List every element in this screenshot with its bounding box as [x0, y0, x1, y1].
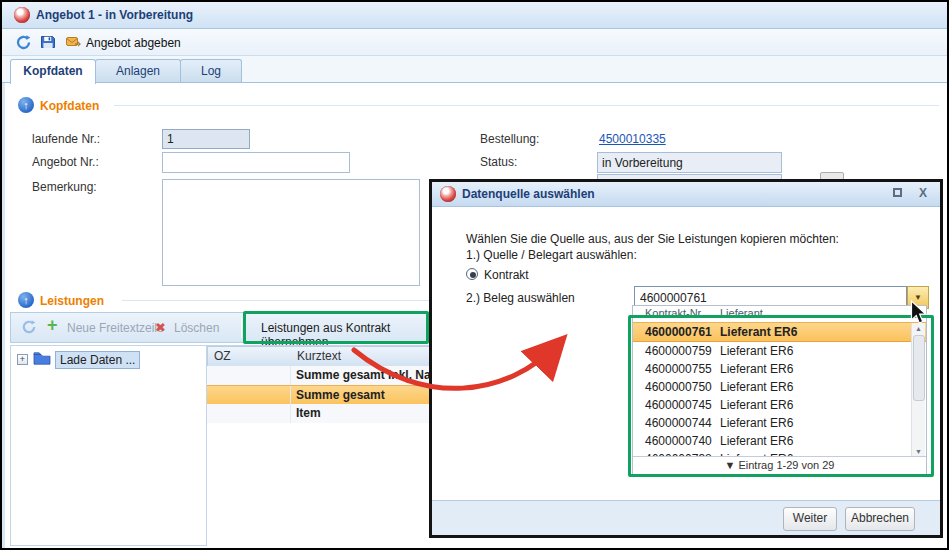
dropdown-row[interactable]: 4600000755 Lieferant ER6: [633, 360, 926, 378]
collapse-section-icon[interactable]: ↑: [18, 97, 34, 113]
window-title: Angebot 1 - in Vorbereitung: [36, 8, 193, 22]
submit-offer-icon[interactable]: [66, 36, 81, 51]
cell-oz: [207, 404, 291, 423]
refresh-icon[interactable]: [15, 34, 32, 54]
lieferant: Lieferant ER6: [720, 360, 793, 378]
leistungen-table: OZ Kurztext Summe gesamt inkl. Nachlass …: [207, 345, 447, 546]
dialog-intro-text: Wählen Sie die Quelle aus, aus der Sie L…: [466, 232, 839, 246]
refresh-icon: [21, 319, 37, 338]
tree-root-item[interactable]: Lade Daten ...: [55, 351, 140, 369]
app-window: Angebot 1 - in Vorbereitung Angebot abge…: [0, 0, 949, 550]
plus-icon: +: [47, 315, 58, 336]
cell-oz: [207, 386, 291, 405]
bemerkung-label: Bemerkung:: [32, 180, 97, 194]
close-icon[interactable]: X: [919, 186, 927, 200]
table-row-selected[interactable]: Summe gesamt: [207, 385, 447, 406]
section-title-kopfdaten: Kopfdaten: [40, 99, 99, 113]
datenquelle-dialog: Datenquelle auswählen X Wählen Sie die Q…: [429, 179, 943, 538]
status-label: Status:: [480, 155, 517, 169]
dropdown-row[interactable]: 4600000745 Lieferant ER6: [633, 396, 926, 414]
dialog-step1-text: 1.) Quelle / Belegart auswählen:: [466, 248, 637, 262]
scroll-up-icon[interactable]: ▲: [912, 323, 925, 334]
leistungen-tree: + Lade Daten ...: [10, 345, 207, 546]
lieferant: Lieferant ER6: [720, 378, 793, 396]
save-icon[interactable]: [40, 34, 56, 53]
submit-offer-button[interactable]: Angebot abgeben: [86, 36, 181, 50]
status-field: [597, 152, 782, 173]
scrollbar-thumb[interactable]: [913, 335, 925, 401]
dialog-footer: Weiter Abbrechen: [432, 500, 940, 535]
delete-button: Löschen: [174, 321, 219, 335]
lieferant: Lieferant ER6: [720, 414, 793, 432]
dialog-title: Datenquelle auswählen: [462, 187, 595, 201]
bemerkung-textarea[interactable]: [162, 179, 420, 286]
tab-kopfdaten[interactable]: Kopfdaten: [10, 59, 96, 84]
abbrechen-button[interactable]: Abbrechen: [845, 507, 915, 531]
angebot-nr-field[interactable]: [162, 152, 350, 173]
window-titlebar: Angebot 1 - in Vorbereitung: [2, 2, 947, 29]
dropdown-row[interactable]: 4600000759 Lieferant ER6: [633, 342, 926, 360]
delete-x-icon: ✖: [155, 320, 166, 335]
cell-kurztext: Summe gesamt: [296, 386, 447, 405]
dropdown-footer[interactable]: ▼ Eintrag 1-29 von 29: [633, 456, 926, 474]
up-arrow-glyph: ↑: [23, 99, 29, 111]
lieferant: Lieferant ER6: [720, 432, 793, 450]
table-row[interactable]: Item: [207, 404, 447, 424]
kontrakt-nr: 4600000750: [645, 378, 712, 396]
kontrakt-nr: 4600000761: [645, 323, 712, 341]
dialog-titlebar: Datenquelle auswählen X: [432, 182, 940, 207]
dialog-logo-icon: [440, 186, 456, 202]
table-row[interactable]: Summe gesamt inkl. Nachlass: [207, 366, 447, 386]
new-freetext-button: Neue Freitextzeile: [67, 321, 164, 335]
beleg-dropdown-list: Kontrakt-Nr. Lieferant 4600000761 Liefer…: [632, 305, 927, 475]
kontrakt-nr: 4600000744: [645, 414, 712, 432]
bestellung-link[interactable]: 4500010335: [599, 132, 666, 146]
tab-anlagen[interactable]: Anlagen: [95, 59, 181, 83]
footer-expander-icon: ▼: [725, 459, 739, 471]
kontrakt-nr: 4600000755: [645, 360, 712, 378]
cell-oz: [207, 366, 291, 385]
section-rule: [114, 105, 939, 106]
weiter-button[interactable]: Weiter: [783, 507, 837, 531]
dropdown-col-kontraktnr: Kontrakt-Nr.: [645, 307, 704, 319]
folder-icon: [33, 351, 51, 368]
leistungen-toolbar: + Neue Freitextzeile ✖ Löschen Leistunge…: [10, 312, 429, 343]
radio-kontrakt[interactable]: [466, 268, 478, 280]
lieferant: Lieferant ER6: [720, 396, 793, 414]
dropdown-header: Kontrakt-Nr. Lieferant: [633, 306, 926, 323]
entry-count-text: Eintrag 1-29 von 29: [738, 459, 834, 471]
dropdown-row-selected[interactable]: 4600000761 Lieferant ER6: [633, 322, 926, 342]
dropdown-row[interactable]: 4600000744 Lieferant ER6: [633, 414, 926, 432]
maximize-icon[interactable]: [893, 188, 902, 197]
toolbar-divider: [241, 318, 242, 338]
up-arrow-glyph: ↑: [23, 294, 29, 306]
kontrakt-nr: 4600000740: [645, 432, 712, 450]
laufende-nr-field: [162, 129, 250, 149]
lieferant: Lieferant ER6: [720, 342, 793, 360]
dropdown-row[interactable]: 4600000750 Lieferant ER6: [633, 378, 926, 396]
dropdown-row[interactable]: 4600000740 Lieferant ER6: [633, 432, 926, 450]
radio-kontrakt-label: Kontrakt: [484, 268, 529, 282]
dialog-step2-label: 2.) Beleg auswählen: [466, 291, 575, 305]
collapse-section-icon[interactable]: ↑: [18, 292, 34, 308]
app-logo-icon: [14, 7, 30, 23]
kontrakt-nr: 4600000759: [645, 342, 712, 360]
tab-log[interactable]: Log: [180, 59, 242, 83]
bestellung-label: Bestellung:: [480, 132, 539, 146]
chevron-down-icon: ▼: [914, 293, 922, 302]
laufende-nr-label: laufende Nr.:: [32, 132, 100, 146]
cell-kurztext: Item: [296, 404, 447, 423]
tree-expander-icon[interactable]: +: [17, 354, 28, 365]
dropdown-scrollbar[interactable]: ▲ ▼: [911, 323, 925, 457]
tab-bar: Kopfdaten Anlagen Log: [2, 56, 947, 82]
section-title-leistungen: Leistungen: [40, 294, 104, 308]
lieferant: Lieferant ER6: [720, 323, 797, 341]
angebot-nr-label: Angebot Nr.:: [32, 155, 99, 169]
dropdown-rows: 4600000761 Lieferant ER6 4600000759 Lief…: [633, 322, 926, 458]
kontrakt-nr: 4600000745: [645, 396, 712, 414]
main-toolbar: Angebot abgeben: [2, 29, 947, 56]
cell-kurztext: Summe gesamt inkl. Nachlass: [296, 366, 447, 385]
dropdown-col-lieferant: Lieferant: [720, 307, 763, 319]
